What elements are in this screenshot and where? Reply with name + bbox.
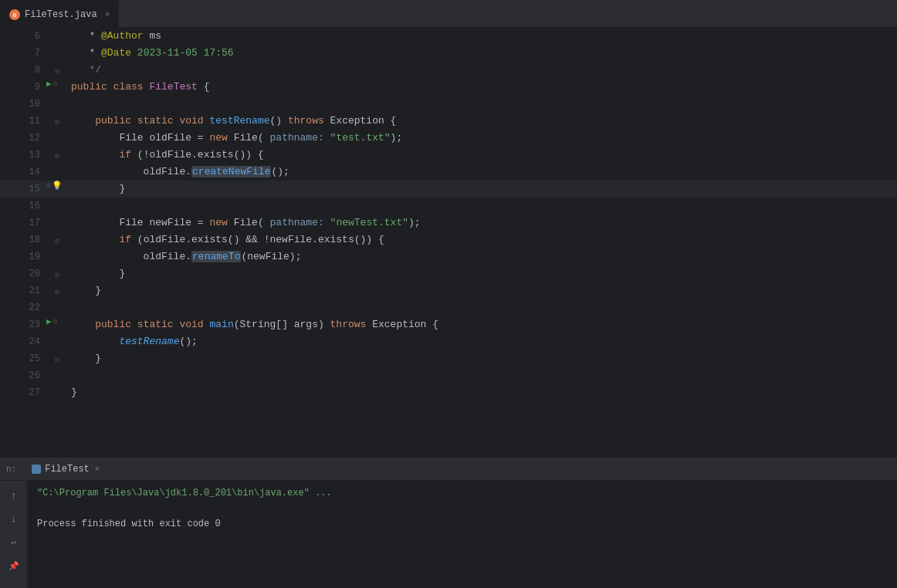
code-line: 15 ⊟ 💡 }	[0, 181, 897, 198]
code-line: 23 ▶ ⊟ public static void main(String[] …	[0, 316, 897, 333]
line-content	[68, 367, 897, 384]
fold-icon[interactable]: ⊟	[55, 119, 59, 127]
line-number: 24	[0, 333, 46, 350]
line-content: public static void main(String[] args) t…	[68, 316, 897, 333]
line-number: 27	[0, 384, 46, 401]
line-markers: ⊟	[46, 62, 68, 79]
line-content: }	[68, 282, 897, 299]
line-markers: ⊟	[46, 147, 68, 164]
run-label: n:	[6, 465, 16, 474]
code-line: 17 File newFile = new File( pathname: "n…	[0, 215, 897, 231]
line-markers	[46, 198, 68, 215]
line-markers	[46, 299, 68, 316]
fold-icon[interactable]: ⊟	[55, 238, 59, 245]
code-line: 19 oldFile.renameTo(newFile);	[0, 248, 897, 265]
line-content: * @Author ms	[68, 28, 897, 45]
line-markers	[46, 367, 68, 384]
run-tab[interactable]: FileTest ×	[25, 461, 106, 478]
bottom-tabs-bar: n: FileTest ×	[0, 458, 897, 481]
fold-icon[interactable]: ⊟	[55, 153, 59, 161]
tab-label: FileTest.java	[25, 9, 97, 20]
code-line: 14 oldFile.createNewFile();	[0, 164, 897, 181]
line-markers	[46, 96, 68, 113]
code-line: 26	[0, 367, 897, 384]
bottom-panel: n: FileTest × ↑ ↓ ↩ 📌 "C:\Program Files\…	[0, 457, 897, 588]
line-number: 25	[0, 350, 46, 367]
line-number: 16	[0, 198, 46, 215]
fold-icon[interactable]: ⊟	[55, 272, 59, 279]
java-file-icon	[9, 9, 20, 20]
fold-icon[interactable]: ⊟	[53, 79, 57, 88]
line-content: File oldFile = new File( pathname: "test…	[68, 130, 897, 147]
console-path: "C:\Program Files\Java\jdk1.8.0_201\bin\…	[37, 488, 332, 498]
line-markers	[46, 333, 68, 350]
tab-bar: FileTest.java ×	[0, 0, 897, 28]
run-tab-label: FileTest	[45, 464, 90, 475]
line-content: if (oldFile.exists() && !newFile.exists(…	[68, 231, 897, 248]
line-markers	[46, 28, 68, 45]
run-tab-close[interactable]: ×	[95, 465, 100, 474]
code-line: 7 * @Date 2023-11-05 17:56	[0, 45, 897, 62]
pin-button[interactable]: 📌	[5, 556, 23, 575]
code-line: 24 testRename();	[0, 333, 897, 350]
line-markers	[46, 130, 68, 147]
line-content: File newFile = new File( pathname: "newT…	[68, 215, 897, 231]
bottom-toolbar: ↑ ↓ ↩ 📌	[0, 481, 28, 588]
line-number: 18	[0, 231, 46, 248]
fold-icon[interactable]: ⊟	[55, 68, 59, 76]
console-line-1: "C:\Program Files\Java\jdk1.8.0_201\bin\…	[37, 485, 888, 501]
wrap-button[interactable]: ↩	[5, 533, 23, 552]
bottom-content: ↑ ↓ ↩ 📌 "C:\Program Files\Java\jdk1.8.0_…	[0, 481, 897, 588]
tab-close-button[interactable]: ×	[105, 10, 110, 19]
line-content	[68, 299, 897, 316]
editor-area: 6 * @Author ms 7 * @Date 2023-11-05 17:5…	[0, 28, 897, 457]
code-line: 25 ⊟ }	[0, 350, 897, 367]
line-markers: ⊟	[46, 282, 68, 299]
line-number: 7	[0, 45, 46, 62]
code-line: 8 ⊟ */	[0, 62, 897, 79]
line-number: 21	[0, 282, 46, 299]
code-editor[interactable]: 6 * @Author ms 7 * @Date 2023-11-05 17:5…	[0, 28, 897, 457]
line-markers: ⊟	[46, 350, 68, 367]
code-line: 20 ⊟ }	[0, 265, 897, 282]
code-line: 22	[0, 299, 897, 316]
line-number: 11	[0, 113, 46, 130]
line-markers: ⊟	[46, 113, 68, 130]
line-number: 9	[0, 79, 46, 96]
line-markers: ⊟	[46, 265, 68, 282]
line-number: 22	[0, 299, 46, 316]
code-line: 6 * @Author ms	[0, 28, 897, 45]
fold-icon[interactable]: ⊟	[55, 357, 59, 364]
run-tab-icon	[32, 465, 41, 474]
line-markers: ▶ ⊟	[46, 79, 68, 89]
run-icon[interactable]: ▶	[46, 316, 52, 326]
line-content: oldFile.renameTo(newFile);	[68, 248, 897, 265]
line-markers	[46, 384, 68, 401]
code-line: 18 ⊟ if (oldFile.exists() && !newFile.ex…	[0, 231, 897, 248]
run-icon[interactable]: ▶	[46, 79, 52, 89]
fold-icon[interactable]: ⊟	[55, 289, 59, 296]
scroll-up-button[interactable]: ↑	[5, 487, 23, 505]
line-number: 17	[0, 215, 46, 231]
line-number: 6	[0, 28, 46, 45]
fold-icon[interactable]: ⊟	[46, 181, 50, 190]
code-line: 11 ⊟ public static void testRename() thr…	[0, 113, 897, 130]
line-content: public class FileTest {	[68, 79, 897, 96]
code-lines: 6 * @Author ms 7 * @Date 2023-11-05 17:5…	[0, 28, 897, 401]
line-content: */	[68, 62, 897, 79]
file-tab[interactable]: FileTest.java ×	[0, 0, 120, 27]
console-line-3: Process finished with exit code 0	[37, 516, 888, 532]
line-markers: ⊟	[46, 231, 68, 248]
fold-icon[interactable]: ⊟	[53, 317, 57, 326]
line-content: }	[68, 181, 897, 198]
code-line: 12 File oldFile = new File( pathname: "t…	[0, 130, 897, 147]
code-line: 13 ⊟ if (!oldFile.exists()) {	[0, 147, 897, 164]
line-content: * @Date 2023-11-05 17:56	[68, 45, 897, 62]
console-output: "C:\Program Files\Java\jdk1.8.0_201\bin\…	[28, 481, 897, 588]
line-content: }	[68, 384, 897, 401]
line-content: public static void testRename() throws E…	[68, 113, 897, 130]
code-line: 21 ⊟ }	[0, 282, 897, 299]
scroll-down-button[interactable]: ↓	[5, 510, 23, 529]
line-markers: ▶ ⊟	[46, 316, 68, 326]
bulb-icon: 💡	[52, 181, 63, 191]
